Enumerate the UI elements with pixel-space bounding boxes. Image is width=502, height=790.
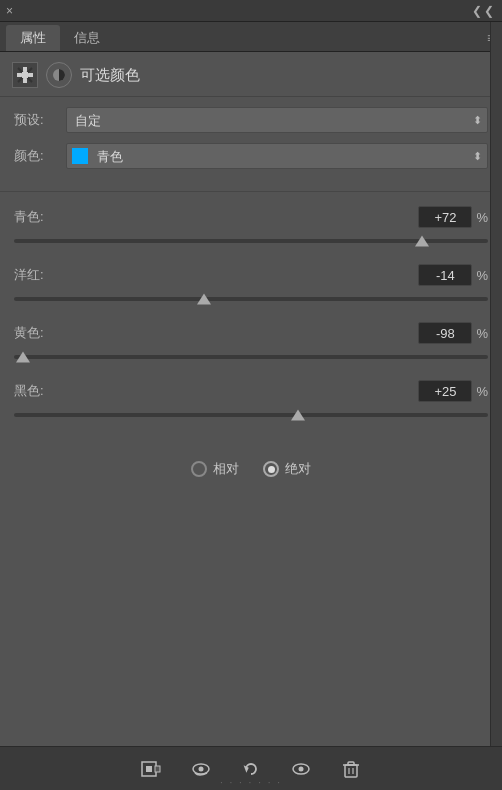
- cyan-row: 青色: %: [14, 206, 488, 228]
- radio-relative[interactable]: 相对: [191, 460, 239, 478]
- tab-bar: 属性 信息 ≡: [0, 22, 502, 52]
- svg-rect-7: [146, 766, 152, 772]
- color-select-wrapper[interactable]: 青色 洋红 黄色 黑色 白色: [66, 143, 488, 169]
- yellow-track[interactable]: [14, 355, 488, 359]
- black-label: 黑色:: [14, 382, 66, 400]
- radio-group: 相对 绝对: [0, 444, 502, 492]
- color-row: 颜色: 青色 洋红 黄色 黑色 白色: [14, 143, 488, 169]
- bottom-toolbar: [0, 746, 502, 790]
- circle-half-icon: [52, 68, 66, 82]
- svg-point-10: [199, 766, 204, 771]
- trash-icon: [341, 759, 361, 779]
- svg-rect-16: [348, 762, 354, 765]
- yellow-input[interactable]: [419, 326, 471, 341]
- color-select[interactable]: 青色 洋红 黄色 黑色 白色: [66, 143, 488, 169]
- mask-icon: [141, 759, 161, 779]
- cyan-percent: %: [476, 210, 488, 225]
- yellow-label: 黄色:: [14, 324, 66, 342]
- black-percent: %: [476, 384, 488, 399]
- cyan-value-box[interactable]: [418, 206, 472, 228]
- form-section: 预设: 自定 默认值 颜色: 青色 洋红 黄色 黑色 白色: [0, 97, 502, 189]
- tab-properties[interactable]: 属性: [6, 25, 60, 51]
- yellow-thumb[interactable]: [16, 352, 30, 363]
- magenta-row: 洋红: %: [14, 264, 488, 286]
- preset-label: 预设:: [14, 111, 66, 129]
- radio-absolute[interactable]: 绝对: [263, 460, 311, 478]
- eye-icon: [191, 759, 211, 779]
- black-input-wrap: %: [418, 380, 488, 402]
- panel-collapse-icon[interactable]: ❮❮: [472, 4, 496, 18]
- black-row: 黑色: %: [14, 380, 488, 402]
- mask-button[interactable]: [135, 754, 167, 784]
- tab-info[interactable]: 信息: [60, 25, 114, 51]
- magenta-input[interactable]: [419, 268, 471, 283]
- adjustment-icon-box: [12, 62, 38, 88]
- cyan-track[interactable]: [14, 239, 488, 243]
- delete-button[interactable]: [335, 754, 367, 784]
- cyan-input-wrap: %: [418, 206, 488, 228]
- black-track-container[interactable]: [14, 406, 488, 424]
- magenta-percent: %: [476, 268, 488, 283]
- close-icon[interactable]: ×: [6, 4, 13, 18]
- svg-rect-14: [345, 765, 357, 777]
- eye2-button[interactable]: [285, 754, 317, 784]
- visibility-button[interactable]: [185, 754, 217, 784]
- scroll-track[interactable]: [490, 22, 502, 746]
- radio-absolute-label: 绝对: [285, 460, 311, 478]
- magenta-label: 洋红:: [14, 266, 66, 284]
- magenta-track-container[interactable]: [14, 290, 488, 308]
- eye2-icon: [291, 759, 311, 779]
- yellow-row: 黄色: %: [14, 322, 488, 344]
- black-track[interactable]: [14, 413, 488, 417]
- panel-title: 可选颜色: [80, 66, 140, 85]
- preset-select[interactable]: 自定 默认值: [66, 107, 488, 133]
- magenta-track[interactable]: [14, 297, 488, 301]
- magenta-input-wrap: %: [418, 264, 488, 286]
- yellow-track-container[interactable]: [14, 348, 488, 366]
- cyan-track-container[interactable]: [14, 232, 488, 250]
- cyan-thumb[interactable]: [415, 236, 429, 247]
- yellow-percent: %: [476, 326, 488, 341]
- preset-select-wrapper[interactable]: 自定 默认值: [66, 107, 488, 133]
- layer-circle-icon: [46, 62, 72, 88]
- svg-rect-4: [22, 72, 28, 78]
- color-label: 颜色:: [14, 147, 66, 165]
- svg-point-13: [299, 766, 304, 771]
- sliders-section: 青色: % 洋红: %: [0, 200, 502, 444]
- yellow-input-wrap: %: [418, 322, 488, 344]
- divider: [0, 191, 502, 192]
- reset-button[interactable]: [235, 754, 267, 784]
- black-input[interactable]: [419, 384, 471, 399]
- black-thumb[interactable]: [291, 410, 305, 421]
- magenta-value-box[interactable]: [418, 264, 472, 286]
- black-value-box[interactable]: [418, 380, 472, 402]
- cyan-input[interactable]: [419, 210, 471, 225]
- magenta-thumb[interactable]: [197, 294, 211, 305]
- radio-relative-circle[interactable]: [191, 461, 207, 477]
- preset-row: 预设: 自定 默认值: [14, 107, 488, 133]
- cyan-label: 青色:: [14, 208, 66, 226]
- radio-absolute-circle[interactable]: [263, 461, 279, 477]
- panel-header: 可选颜色: [0, 52, 502, 97]
- yellow-value-box[interactable]: [418, 322, 472, 344]
- title-bar: × ❮❮: [0, 0, 502, 22]
- radio-relative-label: 相对: [213, 460, 239, 478]
- reset-icon: [241, 759, 261, 779]
- svg-rect-8: [155, 766, 160, 772]
- adjustment-x-icon: [16, 66, 34, 84]
